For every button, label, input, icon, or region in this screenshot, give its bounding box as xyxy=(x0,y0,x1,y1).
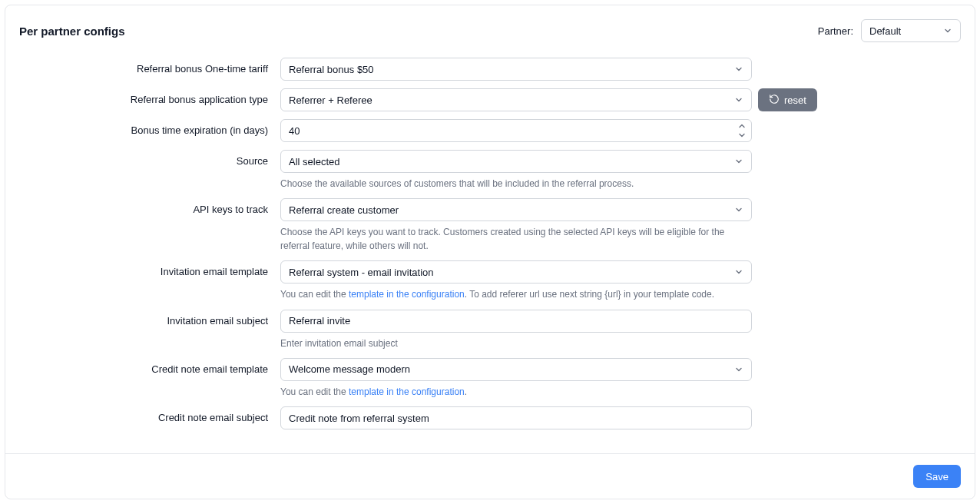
select-referral-bonus-app-type[interactable]: Referrer + Referee xyxy=(280,88,752,111)
chevron-down-icon xyxy=(734,157,743,166)
select-source[interactable]: All selected xyxy=(280,150,752,173)
label-referral-bonus-tariff: Referral bonus One-time tariff xyxy=(19,58,280,75)
help-source: Choose the available sources of customer… xyxy=(280,177,752,191)
link-template-config-2[interactable]: template in the configuration xyxy=(349,386,465,397)
chevron-down-icon xyxy=(943,26,952,35)
label-referral-bonus-app-type: Referral bonus application type xyxy=(19,88,280,105)
card-header: Per partner configs Partner: Default xyxy=(5,5,975,51)
reset-button[interactable]: reset xyxy=(758,88,817,111)
row-invitation-email-subject: Invitation email subject Enter invitatio… xyxy=(19,310,961,350)
link-template-config[interactable]: template in the configuration xyxy=(349,289,465,300)
label-api-keys: API keys to track xyxy=(19,198,280,215)
spinner-up[interactable] xyxy=(736,121,748,131)
label-bonus-time-expiration: Bonus time expiration (in days) xyxy=(19,119,280,136)
page-title: Per partner configs xyxy=(19,25,125,38)
label-credit-note-template: Credit note email template xyxy=(19,358,280,375)
partner-label: Partner: xyxy=(818,25,853,37)
row-api-keys: API keys to track Referral create custom… xyxy=(19,198,961,253)
select-api-keys[interactable]: Referral create customer xyxy=(280,198,752,221)
row-invitation-email-template: Invitation email template Referral syste… xyxy=(19,260,961,301)
form-area: Referral bonus One-time tariff Referral … xyxy=(5,51,975,453)
help-invitation-email-subject: Enter invitation email subject xyxy=(280,337,752,350)
select-value: Referrer + Referee xyxy=(289,94,372,106)
row-referral-bonus-app-type: Referral bonus application type Referrer… xyxy=(19,88,961,111)
input-bonus-time-expiration[interactable] xyxy=(289,120,733,141)
select-value: All selected xyxy=(289,156,339,167)
label-invitation-email-template: Invitation email template xyxy=(19,260,280,277)
select-invitation-email-template[interactable]: Referral system - email invitation xyxy=(280,260,752,284)
input-bonus-time-expiration-wrap xyxy=(280,119,752,142)
row-referral-bonus-tariff: Referral bonus One-time tariff Referral … xyxy=(19,58,961,81)
select-value: Welcome message modern xyxy=(289,363,410,375)
config-card: Per partner configs Partner: Default Ref… xyxy=(5,5,975,499)
spinner-down[interactable] xyxy=(736,131,748,140)
number-spinners xyxy=(736,121,748,140)
row-credit-note-template: Credit note email template Welcome messa… xyxy=(19,358,961,399)
help-credit-note-template: You can edit the template in the configu… xyxy=(280,386,752,399)
card-footer: Save xyxy=(5,453,975,499)
label-credit-note-subject: Credit note email subject xyxy=(19,406,280,423)
chevron-down-icon xyxy=(734,95,743,104)
partner-select-wrap: Partner: Default xyxy=(818,19,961,42)
select-value: Referral create customer xyxy=(289,204,399,216)
chevron-down-icon xyxy=(734,365,743,374)
select-referral-bonus-tariff[interactable]: Referral bonus $50 xyxy=(280,58,752,81)
select-credit-note-template[interactable]: Welcome message modern xyxy=(280,358,752,381)
row-credit-note-subject: Credit note email subject xyxy=(19,406,961,429)
partner-select[interactable]: Default xyxy=(861,19,961,42)
partner-select-value: Default xyxy=(869,25,901,37)
row-bonus-time-expiration: Bonus time expiration (in days) xyxy=(19,119,961,142)
input-invitation-email-subject[interactable] xyxy=(289,310,743,332)
save-button[interactable]: Save xyxy=(913,465,961,488)
select-value: Referral bonus $50 xyxy=(289,64,374,75)
help-invitation-email-template: You can edit the template in the configu… xyxy=(280,288,752,301)
help-api-keys: Choose the API keys you want to track. C… xyxy=(280,226,752,253)
reset-label: reset xyxy=(784,94,806,106)
row-source: Source All selected Choose the available… xyxy=(19,150,961,191)
reset-icon xyxy=(769,94,780,107)
chevron-down-icon xyxy=(734,205,743,214)
label-source: Source xyxy=(19,150,280,167)
input-invitation-email-subject-wrap xyxy=(280,310,752,333)
select-value: Referral system - email invitation xyxy=(289,267,434,278)
input-credit-note-subject[interactable] xyxy=(289,407,743,429)
chevron-down-icon xyxy=(734,65,743,74)
chevron-down-icon xyxy=(734,267,743,277)
label-invitation-email-subject: Invitation email subject xyxy=(19,310,280,327)
input-credit-note-subject-wrap xyxy=(280,406,752,429)
